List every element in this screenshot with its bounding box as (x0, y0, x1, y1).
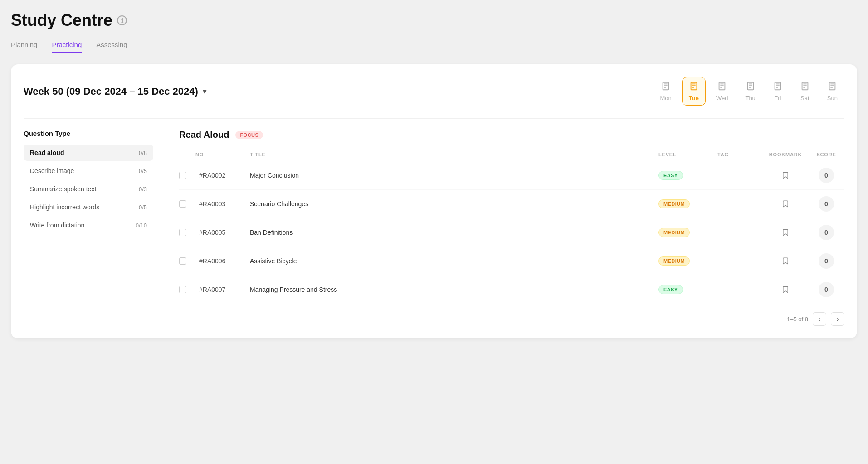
bookmark-icon[interactable] (763, 228, 808, 237)
book-icon (689, 81, 699, 94)
row-checkbox[interactable] (179, 257, 186, 265)
prev-page-button[interactable]: ‹ (813, 312, 826, 326)
bookmark-icon[interactable] (763, 257, 808, 265)
day-label: Wed (716, 95, 728, 102)
table-body: #RA0002Major ConclusionEASY 0#RA0003Scen… (179, 161, 844, 304)
question-type-label: Highlight incorrect words (30, 203, 99, 211)
pagination-row: 1–5 of 8 ‹ › (179, 312, 844, 326)
day-label: Mon (660, 95, 672, 102)
tab-practicing[interactable]: Practicing (52, 41, 82, 53)
pagination-text: 1–5 of 8 (787, 316, 808, 323)
row-score: 0 (808, 276, 844, 304)
row-checkbox[interactable] (179, 200, 186, 208)
question-type-count: 0/3 (139, 186, 147, 193)
content-area: Question Type Read aloud 0/8Describe ima… (24, 118, 844, 326)
row-tag (717, 276, 763, 304)
table-header-row: Read Aloud FOCUS (179, 130, 844, 140)
row-level: MEDIUM (658, 218, 717, 247)
row-no: #RA0005 (195, 218, 250, 247)
tab-planning[interactable]: Planning (11, 41, 37, 53)
th-score: SCORE (808, 148, 844, 161)
row-title: Major Conclusion (250, 161, 658, 190)
table-row: #RA0005Ban DefinitionsMEDIUM 0 (179, 218, 844, 247)
th-tag: TAG (717, 148, 763, 161)
page-title-area: Study Centre ℹ (11, 11, 857, 30)
day-label: Sun (827, 95, 838, 102)
book-icon (827, 81, 837, 94)
row-no: #RA0003 (195, 190, 250, 218)
day-button-thu[interactable]: Thu (738, 77, 762, 106)
day-label: Thu (745, 95, 755, 102)
row-checkbox[interactable] (179, 229, 186, 236)
main-card: Week 50 (09 Dec 2024 – 15 Dec 2024) ▾ Mo… (11, 64, 857, 338)
level-badge: EASY (658, 285, 683, 294)
day-button-sat[interactable]: Sat (793, 77, 817, 106)
row-no: #RA0006 (195, 247, 250, 276)
week-label: Week 50 (09 Dec 2024 – 15 Dec 2024) (24, 86, 198, 97)
question-type-count: 0/8 (139, 150, 147, 156)
row-no: #RA0007 (195, 276, 250, 304)
day-button-fri[interactable]: Fri (766, 77, 790, 106)
th-checkbox (179, 148, 195, 161)
question-type-label: Write from dictation (30, 222, 84, 229)
question-type-item[interactable]: Highlight incorrect words 0/5 (24, 199, 153, 215)
question-type-item[interactable]: Write from dictation 0/10 (24, 217, 153, 233)
day-button-mon[interactable]: Mon (653, 77, 678, 106)
row-tag (717, 247, 763, 276)
row-level: EASY (658, 276, 717, 304)
bookmark-icon[interactable] (763, 171, 808, 179)
level-badge: MEDIUM (658, 199, 690, 208)
row-score: 0 (808, 190, 844, 218)
day-button-wed[interactable]: Wed (709, 77, 735, 106)
tab-bar: PlanningPracticingAssessing (11, 41, 857, 53)
sidebar: Question Type Read aloud 0/8Describe ima… (24, 119, 164, 326)
row-title: Assistive Bicycle (250, 247, 658, 276)
row-level: EASY (658, 161, 717, 190)
level-badge: MEDIUM (658, 256, 690, 266)
th-level: LEVEL (658, 148, 717, 161)
table-row: #RA0007Managing Pressure and StressEASY … (179, 276, 844, 304)
row-score: 0 (808, 247, 844, 276)
book-icon (800, 81, 810, 94)
row-title: Scenario Challenges (250, 190, 658, 218)
score-circle: 0 (819, 225, 834, 240)
page-title: Study Centre (11, 11, 112, 30)
score-circle: 0 (819, 196, 834, 212)
row-no: #RA0002 (195, 161, 250, 190)
th-bookmark: BOOKMARK (763, 148, 808, 161)
day-button-tue[interactable]: Tue (682, 77, 706, 106)
table-section-title: Read Aloud (179, 130, 229, 140)
data-table: NOTITLELEVELTAGBOOKMARKSCORE #RA0002Majo… (179, 148, 844, 304)
next-page-button[interactable]: › (831, 312, 844, 326)
th-no: NO (195, 148, 250, 161)
row-score: 0 (808, 218, 844, 247)
day-button-sun[interactable]: Sun (820, 77, 844, 106)
row-checkbox[interactable] (179, 286, 186, 293)
question-type-label: Describe image (30, 167, 74, 174)
th-title: TITLE (250, 148, 658, 161)
row-level: MEDIUM (658, 190, 717, 218)
score-circle: 0 (819, 282, 834, 297)
bookmark-icon[interactable] (763, 285, 808, 294)
question-type-item[interactable]: Describe image 0/5 (24, 163, 153, 179)
row-checkbox[interactable] (179, 172, 186, 179)
bookmark-icon[interactable] (763, 200, 808, 208)
book-icon (661, 81, 671, 94)
score-circle: 0 (819, 253, 834, 269)
table-row: #RA0006Assistive BicycleMEDIUM 0 (179, 247, 844, 276)
question-type-item[interactable]: Read aloud 0/8 (24, 145, 153, 161)
question-type-count: 0/5 (139, 204, 147, 211)
question-type-item[interactable]: Summarize spoken text 0/3 (24, 181, 153, 197)
question-type-count: 0/10 (136, 222, 147, 229)
question-type-label: Summarize spoken text (30, 185, 96, 193)
sidebar-title: Question Type (24, 130, 153, 137)
tab-assessing[interactable]: Assessing (96, 41, 127, 53)
row-level: MEDIUM (658, 247, 717, 276)
table-area: Read Aloud FOCUS NOTITLELEVELTAGBOOKMARK… (168, 119, 844, 326)
row-title: Ban Definitions (250, 218, 658, 247)
info-icon[interactable]: ℹ (117, 15, 127, 25)
day-label: Sat (800, 95, 809, 102)
week-title[interactable]: Week 50 (09 Dec 2024 – 15 Dec 2024) ▾ (24, 86, 206, 97)
row-tag (717, 218, 763, 247)
day-label: Fri (774, 95, 781, 102)
